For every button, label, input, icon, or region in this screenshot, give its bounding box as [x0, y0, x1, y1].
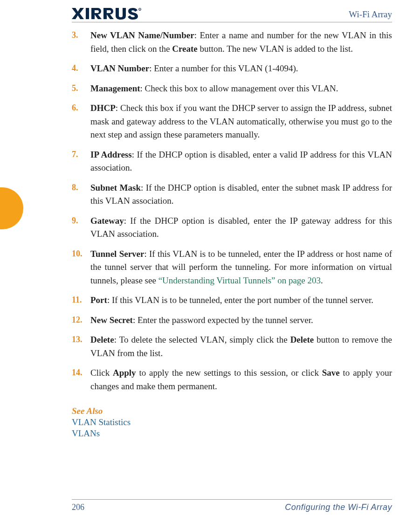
step-title: Gateway	[90, 216, 124, 226]
step-number: 5.	[72, 82, 86, 95]
step-number: 8.	[72, 181, 86, 194]
instruction-item: 8.Subnet Mask: If the DHCP option is dis…	[72, 181, 392, 208]
inline-bold: Create	[172, 44, 198, 54]
svg-rect-1	[86, 8, 89, 19]
page-footer: 206 Configuring the Wi-Fi Array	[72, 499, 392, 512]
chapter-title: Configuring the Wi-Fi Array	[285, 502, 392, 512]
instruction-item: 11.Port: If this VLAN is to be tunneled,…	[72, 294, 392, 307]
step-title: Management	[90, 83, 140, 93]
header-rule	[72, 22, 392, 22]
step-number: 14.	[72, 366, 86, 379]
step-number: 10.	[72, 248, 86, 260]
instruction-item: 12.New Secret: Enter the password expect…	[72, 314, 392, 327]
step-title: IP Address	[90, 150, 132, 159]
step-body: VLAN Number: Enter a number for this VLA…	[90, 63, 298, 73]
inline-bold: Delete	[290, 335, 314, 344]
instruction-item: 10.Tunnel Server: If this VLAN is to be …	[72, 248, 392, 288]
instruction-item: 3.New VLAN Name/Number: Enter a name and…	[72, 29, 392, 55]
step-title: New Secret	[90, 315, 133, 325]
cross-reference-link[interactable]: “Understanding Virtual Tunnels” on page …	[158, 275, 321, 285]
step-body: Management: Check this box to allow mana…	[90, 83, 338, 93]
instruction-list: 3.New VLAN Name/Number: Enter a name and…	[72, 29, 392, 393]
inline-bold: Apply	[113, 368, 136, 378]
inline-bold: Save	[322, 368, 340, 378]
brand-logo: R	[72, 7, 142, 21]
step-body: Tunnel Server: If this VLAN is to be tun…	[90, 249, 392, 285]
step-title: DHCP	[90, 103, 116, 113]
step-number: 6.	[72, 102, 86, 114]
step-body: New VLAN Name/Number: Enter a name and n…	[90, 30, 392, 54]
step-number: 3.	[72, 29, 86, 41]
step-title: New VLAN Name/Number	[90, 30, 194, 40]
instruction-item: 6.DHCP: Check this box if you want the D…	[72, 102, 392, 142]
instruction-item: 9.Gateway: If the DHCP option is disable…	[72, 214, 392, 241]
step-number: 13.	[72, 333, 86, 346]
step-title: VLAN Number	[90, 63, 149, 73]
step-number: 4.	[72, 62, 86, 75]
step-number: 11.	[72, 294, 86, 306]
instruction-item: 14.Click Apply to apply the new settings…	[72, 366, 392, 393]
instruction-item: 13.Delete: To delete the selected VLAN, …	[72, 333, 392, 360]
step-number: 9.	[72, 214, 86, 227]
step-number: 7.	[72, 148, 86, 161]
step-body: Delete: To delete the selected VLAN, sim…	[90, 335, 392, 358]
step-number: 12.	[72, 314, 86, 326]
step-body: Click Apply to apply the new settings to…	[90, 368, 392, 391]
svg-text:R: R	[139, 8, 141, 11]
step-body: Port: If this VLAN is to be tunneled, en…	[90, 295, 373, 305]
page-header-title: Wi-Fi Array	[349, 9, 392, 20]
instruction-item: 5.Management: Check this box to allow ma…	[72, 82, 392, 96]
instruction-item: 7.IP Address: If the DHCP option is disa…	[72, 148, 392, 175]
page-number: 206	[72, 502, 84, 512]
step-title: Delete	[90, 335, 114, 344]
step-body: DHCP: Check this box if you want the DHC…	[90, 103, 392, 139]
step-body: Gateway: If the DHCP option is disabled,…	[90, 216, 392, 239]
step-title: Tunnel Server	[90, 249, 144, 259]
svg-marker-0	[72, 8, 84, 19]
step-title: Port	[90, 295, 107, 305]
instruction-item: 4.VLAN Number: Enter a number for this V…	[72, 62, 392, 76]
step-body: New Secret: Enter the password expected …	[90, 315, 313, 325]
see-also-link[interactable]: VLAN Statistics	[72, 417, 392, 427]
step-body: IP Address: If the DHCP option is disabl…	[90, 150, 392, 173]
see-also-heading: See Also	[72, 406, 392, 416]
side-tab-marker	[0, 187, 23, 229]
step-body: Subnet Mask: If the DHCP option is disab…	[90, 183, 392, 206]
see-also-link[interactable]: VLANs	[72, 428, 392, 439]
see-also-section: See Also VLAN Statistics VLANs	[72, 406, 392, 439]
step-title: Subnet Mask	[90, 183, 141, 193]
